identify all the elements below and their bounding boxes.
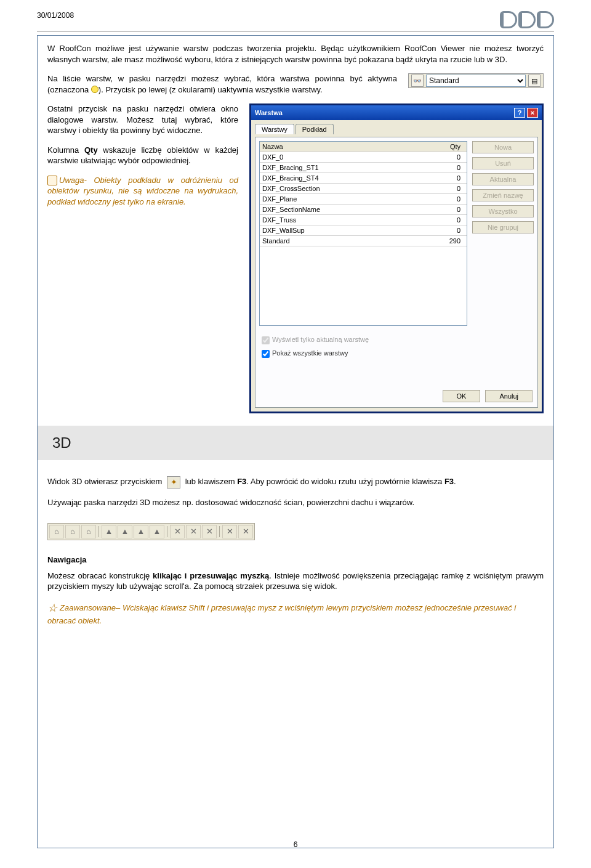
toolbar3d-btn[interactable]: ▲ <box>150 525 164 538</box>
toolbar3d-btn[interactable]: ▲ <box>134 525 148 538</box>
show-all-layers-check[interactable]: Pokaż wszystkie warstwy <box>259 348 534 360</box>
cancel-button[interactable]: Anuluj <box>485 390 533 402</box>
intro-paragraph-4: Kolumna Qty wskazuje liczbę obiektów w k… <box>47 145 238 166</box>
toolbar3d-btn[interactable]: ✕ <box>202 525 217 538</box>
layers-table[interactable]: Nazwa Qty DXF_00 DXF_Bracing_ST10 DXF_Br… <box>259 141 467 326</box>
col-name: Nazwa <box>260 142 430 152</box>
tab-layers[interactable]: Warstwy <box>255 124 294 134</box>
header-date: 30/01/2008 <box>37 11 74 20</box>
table-row: DXF_Bracing_ST40 <box>260 173 467 184</box>
brand-logo <box>500 11 554 28</box>
toolbar3d-btn[interactable]: ⌂ <box>65 525 80 538</box>
3d-paragraph-1: Widok 3D otwierasz przyciskiem ✦ lub kla… <box>47 476 544 489</box>
all-button[interactable]: Wszystko <box>472 205 534 217</box>
view-3d-icon[interactable]: ✦ <box>167 476 180 489</box>
close-icon[interactable]: × <box>527 108 538 118</box>
nav-heading: Nawigacja <box>47 555 544 564</box>
section-heading-3d: 3D <box>38 426 553 460</box>
show-all-layers-icon[interactable]: 👓 <box>411 75 424 87</box>
toolbar3d-btn[interactable]: ▲ <box>102 525 116 538</box>
table-row: DXF_Truss0 <box>260 215 467 225</box>
intro-paragraph-1: W RoofCon możliwe jest używanie warstw p… <box>47 43 544 65</box>
toolbar3d-btn[interactable]: ▲ <box>118 525 132 538</box>
layers-toolbar: 👓 Standard ▤ <box>408 73 544 88</box>
bulb-icon <box>91 86 98 93</box>
toolbar-3d: ⌂ ⌂ ⌂ ▲ ▲ ▲ ▲ ✕ ✕ ✕ ✕ ✕ <box>47 523 255 540</box>
help-icon[interactable]: ? <box>514 108 525 118</box>
toolbar3d-btn[interactable]: ✕ <box>186 525 201 538</box>
note-icon <box>47 176 57 185</box>
note-paragraph: Uwaga- Obiekty podkładu w odróżnieniu od… <box>47 175 238 208</box>
current-button[interactable]: Aktualna <box>472 173 534 185</box>
table-row: Standard290 <box>260 236 467 246</box>
show-only-current-check[interactable]: Wyświetl tylko aktualną warstwę <box>259 335 534 346</box>
table-row: DXF_SectionName0 <box>260 205 467 215</box>
table-row: DXF_CrossSection0 <box>260 184 467 194</box>
intro-paragraph-2: Na liście warstw, w pasku narzędzi możes… <box>47 73 397 95</box>
new-button[interactable]: Nowa <box>472 141 534 153</box>
active-layer-select[interactable]: Standard <box>426 75 526 87</box>
page-number: 6 <box>38 840 553 849</box>
dialog-title: Warstwa <box>255 109 283 116</box>
rename-button[interactable]: Zmień nazwę <box>472 189 534 201</box>
table-row: DXF_00 <box>260 152 467 163</box>
toolbar3d-btn[interactable]: ✕ <box>238 525 253 538</box>
table-row: DXF_WallSup0 <box>260 225 467 236</box>
star-icon: ☆ <box>47 602 57 614</box>
toolbar3d-btn[interactable]: ✕ <box>170 525 185 538</box>
ok-button[interactable]: OK <box>443 390 481 402</box>
toolbar3d-btn[interactable]: ⌂ <box>49 525 64 538</box>
advanced-note: ☆Zaawansowane– Wciskając klawisz Shift i… <box>47 601 544 627</box>
intro-paragraph-3: Ostatni przycisk na pasku narzędzi otwie… <box>47 103 238 136</box>
table-row: DXF_Bracing_ST10 <box>260 163 467 173</box>
table-row: DXF_Plane0 <box>260 194 467 205</box>
tab-background[interactable]: Podkład <box>296 124 334 134</box>
layers-dialog: Warstwa ? × Warstwy Podkład <box>249 103 544 413</box>
col-qty: Qty <box>430 142 467 152</box>
toolbar3d-btn[interactable]: ✕ <box>222 525 237 538</box>
ungroup-button[interactable]: Nie grupuj <box>472 221 534 233</box>
nav-paragraph: Możesz obracać konstrukcję klikając i pr… <box>47 570 544 592</box>
3d-paragraph-2: Używając paska narzędzi 3D możesz np. do… <box>47 497 544 508</box>
toolbar3d-btn[interactable]: ⌂ <box>81 525 96 538</box>
delete-button[interactable]: Usuń <box>472 157 534 169</box>
open-layers-dialog-icon[interactable]: ▤ <box>528 75 541 87</box>
